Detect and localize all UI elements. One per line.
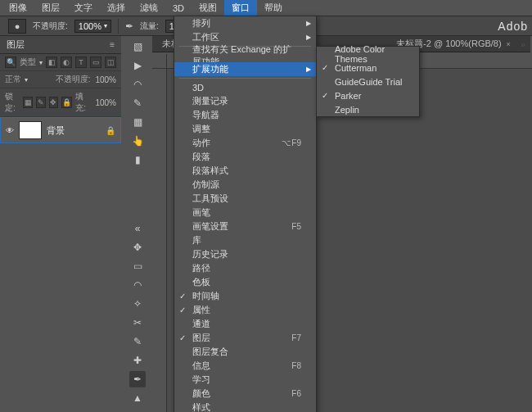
chevron-down-icon: ▾ — [25, 76, 28, 84]
menubar: 图像 图层 文字 选择 滤镜 3D 视图 窗口 帮助 — [0, 0, 532, 16]
menu-filter[interactable]: 滤镜 — [133, 0, 165, 16]
menu-item[interactable]: ✓Parker — [317, 88, 419, 102]
layer-thumbnail[interactable] — [19, 121, 42, 139]
menu-item[interactable]: 通道 — [174, 317, 316, 331]
filter-adjust-icon[interactable]: ◐ — [61, 57, 72, 68]
menu-item-label: 图层 — [192, 332, 210, 344]
menu-item[interactable]: ✓Cutterman — [317, 61, 419, 75]
history-brush-icon[interactable]: ↻ — [129, 409, 146, 412]
menu-item-label: 段落样式 — [192, 165, 228, 177]
menu-item[interactable]: 扩展功能▶ — [174, 62, 316, 76]
panel-menu-icon[interactable]: ≡ — [110, 40, 115, 49]
menu-item[interactable]: 动作⌥F9 — [174, 136, 316, 150]
menu-layer[interactable]: 图层 — [34, 0, 67, 16]
shortcut-label: ⌥F9 — [282, 138, 301, 147]
menu-view[interactable]: 视图 — [192, 0, 224, 16]
filter-pixel-icon[interactable]: ◧ — [46, 57, 57, 68]
window-menu-dropdown: 排列▶工作区▶查找有关 Exchange 的扩展功能...扩展功能▶3D测量记录… — [174, 16, 317, 412]
toolbar-b: « ✥ ▭ ◠ ✧ ✂ ✎ ✚ ✒ ▲ ↻ — [127, 218, 148, 412]
menu-item[interactable]: 画笔设置F5 — [174, 220, 316, 233]
menu-item[interactable]: 查找有关 Exchange 的扩展功能... — [174, 48, 316, 62]
wand-tool-icon[interactable]: ✧ — [129, 296, 146, 312]
move-tool-icon[interactable]: ✥ — [129, 239, 146, 256]
layer-opacity-input[interactable]: 100% — [95, 75, 116, 84]
vertical-ruler[interactable] — [152, 69, 167, 412]
search-icon[interactable]: 🔍 — [5, 57, 16, 68]
extension-submenu: Adobe Color Themes✓CuttermanGuideGuide T… — [316, 46, 420, 117]
menu-item[interactable]: 工作区▶ — [174, 30, 316, 44]
menu-item[interactable]: 导航器 — [174, 108, 316, 122]
pressure-opacity-icon[interactable]: ✒ — [125, 20, 133, 32]
menu-text[interactable]: 文字 — [67, 0, 100, 16]
filter-kind-label[interactable]: 类型 — [20, 57, 36, 68]
menu-3d[interactable]: 3D — [165, 2, 192, 15]
grid-icon[interactable]: ▦ — [129, 114, 146, 130]
opacity-input[interactable]: 100%▾ — [74, 20, 111, 33]
menu-select[interactable]: 选择 — [100, 0, 133, 16]
brush-tool-icon[interactable]: ✒ — [129, 371, 146, 387]
lock-transparent-icon[interactable]: ▦ — [23, 97, 33, 108]
menu-window[interactable]: 窗口 — [224, 0, 257, 16]
visibility-icon[interactable]: 👁 — [6, 126, 14, 135]
menu-item[interactable]: 测量记录 — [174, 94, 316, 108]
lock-image-icon[interactable]: ✎ — [36, 97, 46, 108]
menu-item[interactable]: 信息F8 — [174, 359, 316, 373]
menu-item[interactable]: ✓时间轴 — [174, 289, 316, 303]
menu-item-label: 工具预设 — [192, 192, 228, 205]
tab-overflow-icon[interactable]: » — [521, 39, 525, 49]
filter-text-icon[interactable]: T — [75, 57, 87, 68]
menu-item-label: Zeplin — [335, 105, 359, 115]
menu-item[interactable]: 工具预设 — [174, 192, 316, 206]
layer-filter-row: 🔍 类型 ▾ ◧ ◐ T ▭ ◫ — [0, 54, 121, 71]
menu-item[interactable]: 排列▶ — [174, 16, 316, 30]
menu-item[interactable]: 调整 — [174, 122, 316, 136]
lock-position-icon[interactable]: ✥ — [49, 97, 59, 108]
move-tool-icon[interactable]: ▶ — [129, 57, 146, 74]
marquee-tool-icon[interactable]: ▭ — [129, 258, 146, 274]
menu-item[interactable]: 画笔 — [174, 206, 316, 220]
menu-item[interactable]: 学习 — [174, 373, 316, 387]
menu-item[interactable]: ✓属性 — [174, 303, 316, 317]
lasso-tool-icon[interactable]: ◠ — [129, 76, 146, 93]
blend-mode-select[interactable]: 正常 — [5, 74, 21, 85]
menu-image[interactable]: 图像 — [2, 0, 34, 16]
lasso-tool-icon[interactable]: ◠ — [129, 277, 146, 293]
menu-item[interactable]: 路径 — [174, 261, 316, 275]
check-icon: ✓ — [179, 306, 186, 315]
menu-item[interactable]: 仿制源 — [174, 178, 316, 192]
pattern-icon[interactable]: ▧ — [129, 38, 146, 55]
bucket-tool-icon[interactable]: ▮ — [129, 152, 146, 168]
menu-item[interactable]: 库 — [174, 233, 316, 247]
layer-row[interactable]: 👁 背景 🔒 — [0, 117, 121, 143]
menu-item[interactable]: ✓图层F7 — [174, 331, 316, 345]
menu-item-label: 学习 — [192, 374, 210, 386]
collapse-icon[interactable]: « — [129, 220, 146, 237]
pen-tool-icon[interactable]: ✎ — [129, 95, 146, 111]
menu-item[interactable]: 颜色F6 — [174, 387, 316, 401]
layers-tab[interactable]: 图层 ≡ — [0, 36, 121, 54]
menu-item[interactable]: 历史记录 — [174, 247, 316, 261]
filter-smart-icon[interactable]: ◫ — [105, 57, 116, 68]
smudge-tool-icon[interactable]: 👆 — [129, 133, 146, 149]
menu-item[interactable]: 图层复合 — [174, 345, 316, 359]
close-icon[interactable]: × — [507, 40, 511, 48]
menu-item[interactable]: 色板 — [174, 275, 316, 289]
crop-tool-icon[interactable]: ✂ — [129, 315, 146, 331]
heal-tool-icon[interactable]: ✚ — [129, 352, 146, 369]
menu-item[interactable]: Adobe Color Themes — [317, 47, 419, 61]
tool-preset-icon[interactable]: ● — [8, 19, 26, 34]
menu-item[interactable]: 3D — [174, 80, 316, 94]
stamp-tool-icon[interactable]: ▲ — [129, 390, 146, 406]
menu-item[interactable]: Zeplin — [317, 102, 419, 116]
eyedropper-tool-icon[interactable]: ✎ — [129, 333, 146, 350]
fill-input[interactable]: 100% — [95, 98, 116, 107]
menu-item[interactable]: GuideGuide Trial — [317, 75, 419, 88]
filter-shape-icon[interactable]: ▭ — [90, 57, 101, 68]
menu-item[interactable]: 样式 — [174, 401, 316, 412]
menu-separator — [179, 78, 311, 79]
menu-help[interactable]: 帮助 — [257, 0, 290, 16]
lock-all-icon[interactable]: 🔒 — [61, 97, 72, 108]
menu-item[interactable]: 段落 — [174, 150, 316, 164]
menu-item[interactable]: 段落样式 — [174, 164, 316, 178]
menu-item-label: 路径 — [192, 262, 210, 274]
